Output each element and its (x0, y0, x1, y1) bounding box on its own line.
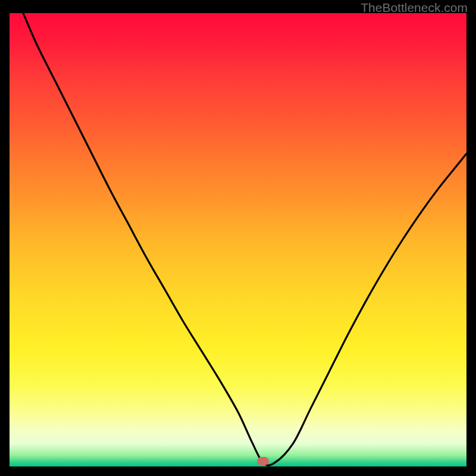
watermark-text: TheBottleneck.com (361, 1, 468, 14)
chart-frame: TheBottleneck.com (0, 0, 476, 476)
plot-area (10, 13, 466, 466)
optimum-marker (257, 457, 269, 465)
bottleneck-curve (10, 13, 466, 466)
